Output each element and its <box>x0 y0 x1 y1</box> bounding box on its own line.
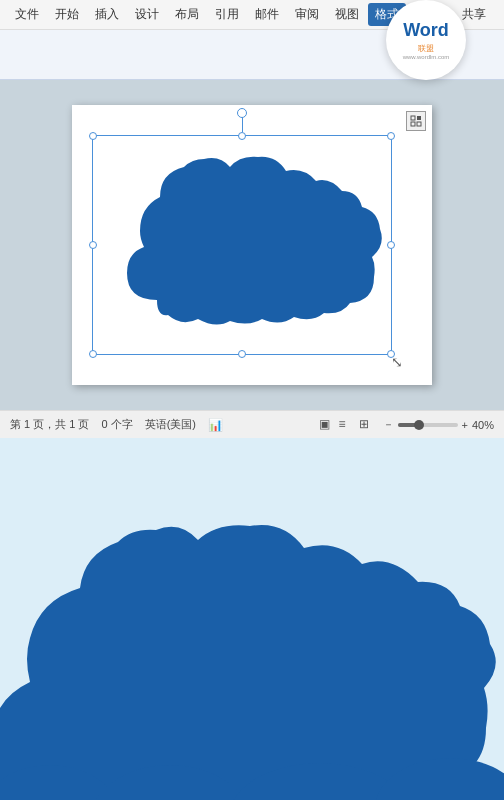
rotate-handle[interactable] <box>237 108 247 118</box>
preview-area <box>0 438 504 800</box>
word-logo: Word 联盟 www.wordlm.com <box>386 0 466 80</box>
web-view-icon[interactable]: ⊞ <box>359 417 375 433</box>
handle-top-left[interactable] <box>89 132 97 140</box>
language-info: 英语(美国) <box>145 417 196 432</box>
menu-file[interactable]: 文件 <box>8 3 46 26</box>
layout-options-button[interactable] <box>406 111 426 131</box>
menu-layout[interactable]: 布局 <box>168 3 206 26</box>
zoom-bar: － + 40% <box>383 417 494 432</box>
menu-start[interactable]: 开始 <box>48 3 86 26</box>
word-logo-url: www.wordlm.com <box>403 54 450 60</box>
page-info: 第 1 页，共 1 页 <box>10 417 89 432</box>
word-logo-text: Word <box>403 20 449 41</box>
svg-rect-2 <box>411 122 415 126</box>
status-bar: 第 1 页，共 1 页 0 个字 英语(美国) 📊 ▣ ≡ ⊞ － + 40% <box>0 410 504 438</box>
svg-rect-3 <box>417 122 421 126</box>
document-area: ⤡ <box>0 80 504 410</box>
doc-stats-icon[interactable]: 📊 <box>208 418 223 432</box>
status-right: ▣ ≡ ⊞ － + 40% <box>319 417 494 433</box>
word-logo-subtitle: 联盟 <box>418 43 434 54</box>
svg-rect-0 <box>411 116 415 120</box>
zoom-slider-thumb[interactable] <box>414 420 424 430</box>
zoom-slider[interactable] <box>398 423 458 427</box>
handle-top-center[interactable] <box>238 132 246 140</box>
zoom-percent: 40% <box>472 419 494 431</box>
zoom-minus[interactable]: － <box>383 417 394 432</box>
zoom-plus[interactable]: + <box>462 419 468 431</box>
handle-middle-left[interactable] <box>89 241 97 249</box>
menu-review[interactable]: 审阅 <box>288 3 326 26</box>
print-view-icon[interactable]: ≡ <box>339 417 355 433</box>
resize-icon[interactable]: ⤡ <box>391 354 407 370</box>
view-icons: ▣ ≡ ⊞ <box>319 417 375 433</box>
handle-top-right[interactable] <box>387 132 395 140</box>
menu-insert[interactable]: 插入 <box>88 3 126 26</box>
handle-middle-right[interactable] <box>387 241 395 249</box>
handle-bottom-right[interactable] <box>387 350 395 358</box>
menu-reference[interactable]: 引用 <box>208 3 246 26</box>
rotate-handle-line <box>242 116 243 132</box>
menu-view[interactable]: 视图 <box>328 3 366 26</box>
handle-bottom-center[interactable] <box>238 350 246 358</box>
svg-rect-1 <box>417 116 421 120</box>
read-view-icon[interactable]: ▣ <box>319 417 335 433</box>
menu-mail[interactable]: 邮件 <box>248 3 286 26</box>
handle-bottom-left[interactable] <box>89 350 97 358</box>
menu-design[interactable]: 设计 <box>128 3 166 26</box>
cloud-shape-small[interactable] <box>102 145 382 345</box>
word-count: 0 个字 <box>101 417 132 432</box>
document-page: ⤡ <box>72 105 432 385</box>
